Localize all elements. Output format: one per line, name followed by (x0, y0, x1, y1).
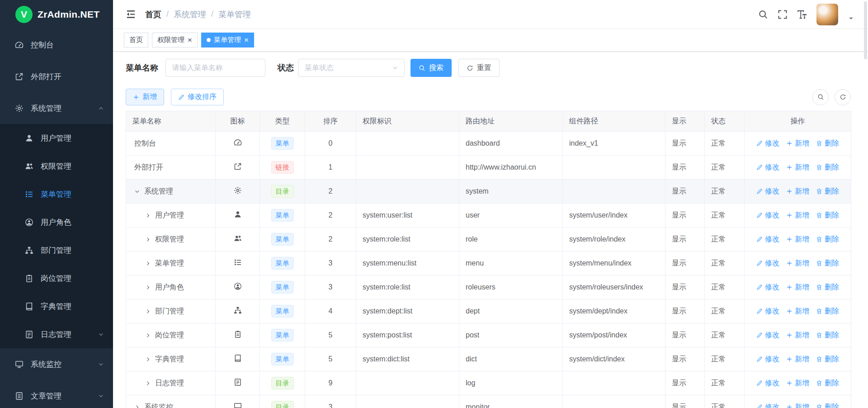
delete-button[interactable]: 删除 (816, 163, 839, 172)
column-header: 权限标识 (356, 111, 459, 132)
edit-button[interactable]: 修改 (756, 331, 779, 340)
main-area: 首页/系统管理/菜单管理 首页权限管理×菜单管理× 菜单名称 状态 菜单状态 (113, 0, 868, 408)
add-button[interactable]: 新增 (786, 259, 809, 268)
edit-button[interactable]: 修改 (756, 187, 779, 196)
edit-button[interactable]: 修改 (756, 259, 779, 268)
status-value: 正常 (705, 251, 745, 275)
app-logo[interactable]: V ZrAdmin.NET (0, 0, 113, 29)
reset-button[interactable]: 重置 (458, 59, 500, 77)
table-row: 用户管理菜单2system:user:listusersystem/user/i… (126, 204, 851, 228)
delete-button[interactable]: 删除 (816, 235, 839, 244)
search-button[interactable]: 搜索 (410, 59, 452, 77)
toggle-search-button[interactable] (812, 89, 829, 105)
add-button[interactable]: 新增 (786, 211, 809, 220)
add-button[interactable]: 新增 (786, 187, 809, 196)
sidebar-item-log[interactable]: 日志管理 (0, 320, 113, 348)
type-tag: 菜单 (271, 137, 294, 150)
expand-row-icon[interactable] (145, 356, 151, 362)
delete-button[interactable]: 删除 (816, 283, 839, 292)
close-icon[interactable]: × (244, 36, 249, 44)
post-badge-icon (234, 330, 242, 338)
font-size-icon[interactable] (797, 9, 807, 19)
sidebar-item-role[interactable]: 权限管理 (0, 152, 113, 180)
breadcrumb-item-1[interactable]: 系统管理 (174, 9, 206, 20)
edit-button[interactable]: 修改 (756, 283, 779, 292)
delete-button[interactable]: 删除 (816, 379, 839, 388)
expand-row-icon[interactable] (145, 285, 151, 290)
perm-value: system:role:list (356, 275, 459, 299)
sidebar-item-dict[interactable]: 字典管理 (0, 292, 113, 320)
page-scrollbar[interactable] (864, 1, 867, 59)
sidebar-item-user[interactable]: 用户管理 (0, 124, 113, 152)
dashboard-icon (14, 41, 24, 49)
sidebar-item-monitor[interactable]: 系统监控 (0, 348, 113, 380)
sidebar-item-menu[interactable]: 菜单管理 (0, 180, 113, 208)
edit-button[interactable]: 修改 (756, 403, 779, 408)
edit-button[interactable]: 修改 (756, 139, 779, 148)
sidebar-item-dept[interactable]: 部门管理 (0, 236, 113, 264)
close-icon[interactable]: × (188, 36, 192, 44)
menu-name: 岗位管理 (155, 331, 184, 340)
expand-row-icon[interactable] (145, 332, 151, 338)
edit-button[interactable]: 修改 (756, 235, 779, 244)
expand-row-icon[interactable] (134, 404, 140, 408)
add-button[interactable]: 新增 (786, 403, 809, 408)
delete-button[interactable]: 删除 (816, 187, 839, 196)
column-header: 图标 (216, 111, 260, 132)
edit-button[interactable]: 修改 (756, 379, 779, 388)
user-menu-caret-icon[interactable] (848, 15, 854, 22)
delete-button[interactable]: 删除 (816, 139, 839, 148)
sidebar-item-roleusers[interactable]: 用户角色 (0, 208, 113, 236)
refresh-table-button[interactable] (835, 89, 851, 105)
add-button[interactable]: 新增 (786, 283, 809, 292)
visible-value: 显示 (665, 275, 705, 299)
add-button[interactable]: 新增 (786, 139, 809, 148)
add-button[interactable]: 新增 (786, 307, 809, 316)
edit-button[interactable]: 修改 (756, 307, 779, 316)
trash-icon (816, 404, 822, 408)
delete-button[interactable]: 删除 (816, 259, 839, 268)
add-button[interactable]: 新增 (786, 331, 809, 340)
expand-row-icon[interactable] (145, 380, 151, 386)
edit-button[interactable]: 修改 (756, 163, 779, 172)
header-search-icon[interactable] (758, 9, 768, 19)
menu-name-input[interactable] (165, 59, 265, 77)
tab-home[interactable]: 首页 (124, 33, 148, 47)
delete-button[interactable]: 删除 (816, 331, 839, 340)
sidebar-item-dashboard[interactable]: 控制台 (0, 29, 113, 61)
breadcrumb-item-2[interactable]: 菜单管理 (218, 9, 251, 20)
add-button[interactable]: 新增 (786, 235, 809, 244)
expand-collapse-icon[interactable] (134, 189, 140, 195)
tab-role[interactable]: 权限管理× (152, 33, 198, 47)
breadcrumb-item-0[interactable]: 首页 (145, 9, 161, 20)
add-button[interactable]: 新增 (126, 89, 164, 105)
delete-button[interactable]: 删除 (816, 211, 839, 220)
expand-row-icon[interactable] (145, 213, 151, 218)
delete-button[interactable]: 删除 (816, 307, 839, 316)
edit-button[interactable]: 修改 (756, 211, 779, 220)
add-button[interactable]: 新增 (786, 355, 809, 364)
sidebar-item-system[interactable]: 系统管理 (0, 92, 113, 124)
external-icon (14, 72, 24, 81)
modify-sort-button[interactable]: 修改排序 (171, 89, 224, 105)
expand-row-icon[interactable] (145, 261, 151, 266)
delete-button[interactable]: 删除 (816, 403, 839, 408)
menu-fold-icon[interactable] (126, 9, 136, 19)
add-button[interactable]: 新增 (786, 379, 809, 388)
expand-row-icon[interactable] (145, 237, 151, 242)
component-value: system/dict/index (563, 347, 665, 371)
user-avatar[interactable] (816, 4, 838, 25)
sidebar-item-external[interactable]: 外部打开 (0, 61, 113, 92)
table-header-row: 菜单名称图标类型排序权限标识路由地址组件路径显示状态操作 (126, 111, 851, 132)
edit-button[interactable]: 修改 (756, 355, 779, 364)
delete-button[interactable]: 删除 (816, 355, 839, 364)
status-select[interactable]: 菜单状态 (298, 59, 405, 77)
search-icon (817, 94, 824, 100)
fullscreen-icon[interactable] (778, 9, 788, 19)
sidebar-item-post[interactable]: 岗位管理 (0, 264, 113, 292)
tab-menu[interactable]: 菜单管理× (201, 33, 254, 47)
trash-icon (816, 308, 822, 314)
sidebar-item-article[interactable]: 文章管理 (0, 380, 113, 408)
expand-row-icon[interactable] (145, 308, 151, 314)
add-button[interactable]: 新增 (786, 163, 809, 172)
